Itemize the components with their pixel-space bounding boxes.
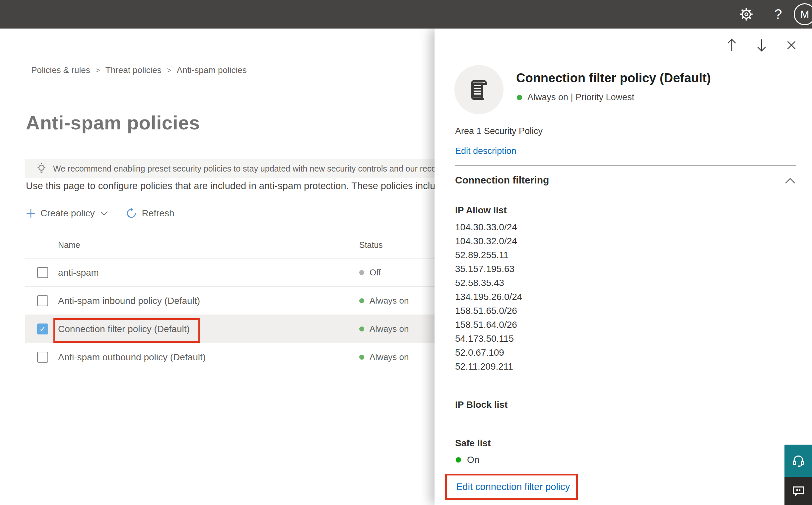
status-dot-on	[359, 327, 364, 331]
ip-block-list-heading: IP Block list	[455, 399, 508, 410]
ip-entry: 52.11.209.211	[455, 360, 522, 374]
page-description: Use this page to configure policies that…	[26, 180, 434, 191]
row-checkbox[interactable]	[37, 352, 48, 363]
ip-entry: 134.195.26.0/24	[455, 290, 522, 304]
breadcrumb-separator-icon: >	[167, 66, 172, 75]
divider	[455, 165, 796, 166]
breadcrumb-policies-rules[interactable]: Policies & rules	[31, 65, 90, 75]
policy-details-flyout: Connection filter policy (Default) Alway…	[434, 28, 812, 505]
table-row-selected[interactable]: ✓ Connection filter policy (Default) Alw…	[25, 315, 434, 343]
toolbar: Create policy Refresh	[26, 204, 174, 222]
flyout-nav	[725, 38, 799, 52]
page-title: Anti-spam policies	[26, 112, 200, 134]
chevron-down-icon[interactable]	[100, 210, 109, 216]
banner-text: We recommend enabling preset security po…	[53, 164, 434, 174]
arrow-up-icon	[726, 38, 738, 52]
section-title-connection-filtering: Connection filtering	[455, 175, 549, 186]
ip-entry: 158.51.64.0/26	[455, 318, 522, 332]
settings-button[interactable]	[735, 0, 758, 28]
row-checkbox-checked[interactable]: ✓	[37, 324, 48, 334]
status-dot-on	[517, 95, 522, 100]
close-button[interactable]	[784, 38, 799, 52]
policy-icon-circle	[454, 65, 503, 114]
ip-entry: 52.89.255.11	[455, 248, 522, 262]
gear-icon	[739, 7, 754, 22]
policy-name[interactable]: Anti-spam inbound policy (Default)	[58, 287, 200, 315]
close-icon	[786, 39, 797, 51]
feedback-button[interactable]	[785, 477, 812, 505]
status-dot-on	[359, 355, 364, 360]
topbar: ? M	[0, 0, 812, 28]
column-header-name: Name	[58, 240, 80, 250]
status-dot-off	[359, 270, 364, 275]
plus-icon	[26, 208, 36, 218]
support-button[interactable]	[785, 445, 812, 477]
ip-entry: 52.58.35.43	[455, 276, 522, 290]
status-label: Always on	[370, 296, 409, 306]
collapse-section-button[interactable]	[784, 175, 797, 186]
annotation-highlight-box: Edit connection filter policy	[445, 474, 578, 500]
status-dot-on	[359, 298, 364, 303]
ip-entry: 35.157.195.63	[455, 262, 522, 276]
status-cell: Always on	[359, 315, 409, 343]
breadcrumb: Policies & rules > Threat policies > Ant…	[31, 65, 247, 75]
ip-entry: 54.173.50.115	[455, 332, 522, 346]
account-button[interactable]: M	[791, 0, 812, 28]
policy-scroll-icon	[466, 77, 491, 102]
screen: ? M Policies & rules > Threat policies >…	[0, 0, 812, 505]
help-button[interactable]: ?	[768, 0, 789, 28]
table-row[interactable]: Anti-spam inbound policy (Default) Alway…	[25, 287, 434, 315]
policy-name[interactable]: Connection filter policy (Default)	[58, 315, 190, 343]
safe-list-status-text: On	[467, 455, 479, 465]
refresh-icon	[126, 208, 137, 219]
flyout-status: Always on | Priority Lowest	[517, 92, 634, 103]
status-cell: Off	[359, 259, 381, 287]
chevron-up-icon	[784, 177, 796, 184]
divider	[25, 371, 434, 371]
headset-icon	[791, 454, 806, 468]
row-checkbox[interactable]	[37, 295, 48, 306]
recommendation-banner: We recommend enabling preset security po…	[25, 159, 434, 178]
ip-allow-list-heading: IP Allow list	[455, 205, 507, 216]
table-header: Name Status	[25, 233, 434, 258]
edit-description-link[interactable]: Edit description	[455, 146, 517, 156]
avatar: M	[794, 3, 812, 25]
create-policy-button[interactable]: Create policy	[40, 208, 94, 219]
ip-entry: 104.30.32.0/24	[455, 234, 522, 248]
refresh-button[interactable]: Refresh	[142, 208, 174, 219]
flyout-status-text: Always on | Priority Lowest	[528, 92, 634, 103]
policy-name[interactable]: anti-spam	[58, 259, 99, 287]
status-dot-on	[456, 457, 461, 463]
breadcrumb-threat-policies[interactable]: Threat policies	[106, 65, 162, 75]
status-label: Always on	[370, 352, 409, 362]
ip-entry: 52.0.67.109	[455, 346, 522, 360]
flyout-title: Connection filter policy (Default)	[516, 71, 801, 85]
breadcrumb-anti-spam-policies[interactable]: Anti-spam policies	[177, 65, 247, 75]
table-row[interactable]: Anti-spam outbound policy (Default) Alwa…	[25, 343, 434, 371]
lightbulb-icon	[36, 162, 47, 175]
safe-list-status: On	[456, 455, 479, 465]
next-item-button[interactable]	[754, 38, 769, 52]
check-icon: ✓	[39, 325, 46, 334]
policy-description: Area 1 Security Policy	[455, 126, 543, 136]
ip-allow-list: 104.30.33.0/24 104.30.32.0/24 52.89.255.…	[455, 220, 522, 374]
status-label: Off	[370, 268, 381, 278]
arrow-down-icon	[756, 38, 768, 52]
help-icon: ?	[774, 6, 782, 22]
status-cell: Always on	[359, 343, 409, 371]
feedback-icon	[791, 484, 805, 498]
row-checkbox[interactable]	[37, 267, 48, 278]
previous-item-button[interactable]	[725, 38, 739, 52]
status-cell: Always on	[359, 287, 409, 315]
avatar-initial: M	[800, 8, 809, 21]
table-row[interactable]: anti-spam Off	[25, 259, 434, 287]
safe-list-heading: Safe list	[455, 438, 490, 449]
column-header-status: Status	[359, 240, 383, 250]
status-label: Always on	[370, 324, 409, 334]
edit-connection-filter-policy-link[interactable]: Edit connection filter policy	[456, 481, 570, 492]
breadcrumb-separator-icon: >	[95, 66, 100, 75]
ip-entry: 104.30.33.0/24	[455, 220, 522, 234]
policy-name[interactable]: Anti-spam outbound policy (Default)	[58, 343, 206, 371]
ip-entry: 158.51.65.0/26	[455, 304, 522, 318]
